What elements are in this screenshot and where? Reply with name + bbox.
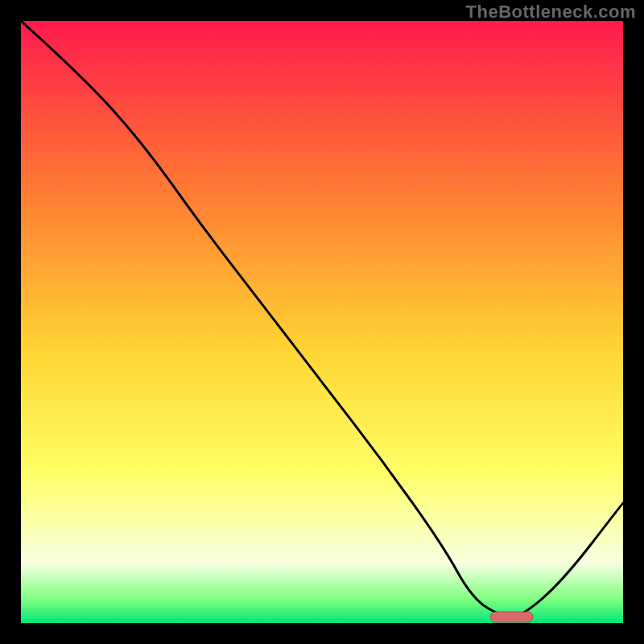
plot-svg <box>21 21 623 623</box>
optimal-marker <box>490 612 532 622</box>
watermark-text: TheBottleneck.com <box>466 2 636 23</box>
chart-frame: TheBottleneck.com <box>0 0 644 644</box>
plot-area <box>21 21 623 623</box>
gradient-background <box>21 21 623 623</box>
